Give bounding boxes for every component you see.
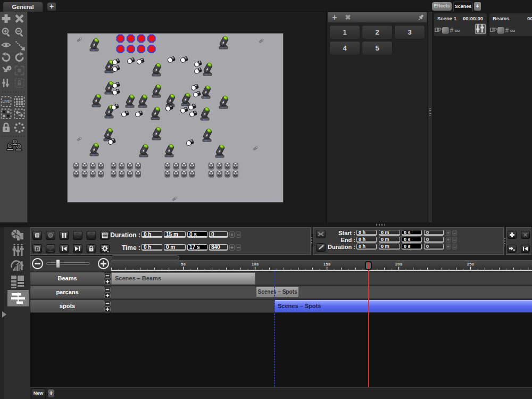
svg-text:5s: 5s	[181, 262, 186, 267]
svg-text:LIVE: LIVE	[2, 99, 10, 103]
svg-text:#: #	[450, 27, 454, 34]
svg-text:15s: 15s	[323, 262, 331, 267]
svg-text:∞: ∞	[455, 26, 460, 35]
svg-text:25s: 25s	[467, 262, 475, 267]
svg-text:20s: 20s	[395, 262, 403, 267]
svg-text:10s: 10s	[252, 262, 259, 267]
svg-text:#: #	[505, 27, 509, 34]
svg-text:LTP: LTP	[490, 27, 497, 33]
svg-text:LTP: LTP	[435, 27, 442, 33]
svg-text:∞: ∞	[510, 26, 516, 35]
